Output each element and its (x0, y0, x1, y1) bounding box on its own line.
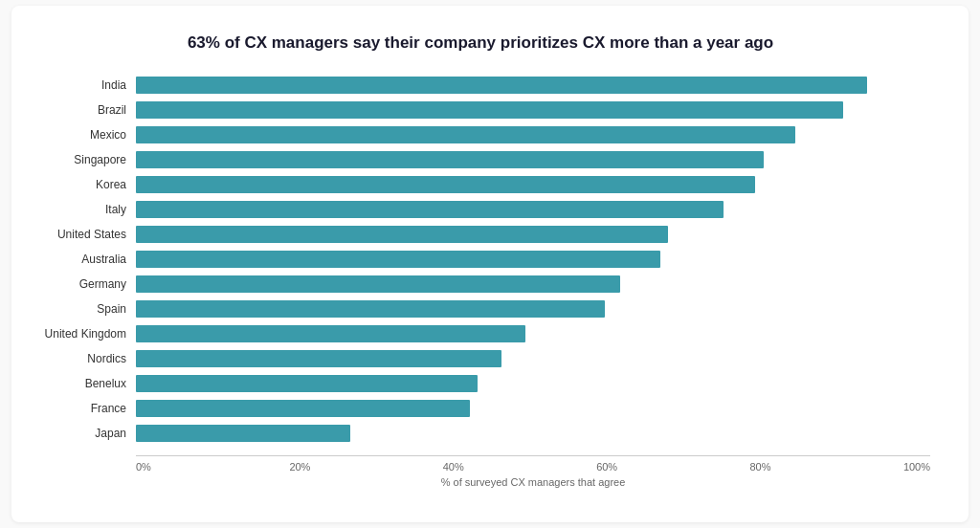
bar-row: Spain (31, 298, 930, 319)
bar-label: Italy (31, 203, 136, 216)
bar-fill (136, 77, 867, 94)
bar-row: Korea (31, 174, 930, 195)
x-tick: 60% (596, 455, 749, 473)
bar-fill (136, 201, 724, 218)
bar-track (136, 425, 930, 442)
bar-label: Mexico (31, 128, 136, 142)
bar-row: Singapore (31, 149, 930, 170)
bar-fill (136, 151, 764, 168)
x-tick: 100% (903, 455, 930, 473)
bar-label: Germany (31, 277, 136, 291)
bar-fill (136, 425, 350, 442)
bar-track (136, 275, 930, 293)
bar-label: Benelux (31, 377, 136, 390)
bar-label: Spain (31, 302, 136, 316)
bar-label: Brazil (31, 103, 136, 117)
chart-container: 63% of CX managers say their company pri… (11, 6, 969, 522)
bar-fill (136, 275, 620, 293)
bar-track (136, 201, 930, 218)
bar-row: Germany (31, 274, 930, 295)
bar-row: Nordics (31, 348, 930, 369)
bar-row: Japan (31, 423, 930, 444)
bar-track (136, 325, 930, 342)
bar-row: Benelux (31, 373, 930, 394)
bar-track (136, 375, 930, 392)
bar-fill (136, 176, 755, 193)
bar-row: Italy (31, 199, 930, 220)
x-tick: 80% (750, 455, 903, 473)
bar-fill (136, 300, 605, 318)
bar-label: Nordics (31, 352, 136, 365)
bar-label: France (31, 402, 136, 415)
bar-row: United States (31, 224, 930, 245)
bar-label: Japan (31, 427, 136, 440)
bar-fill (136, 375, 478, 392)
bar-track (136, 126, 930, 143)
bar-label: Australia (31, 253, 136, 266)
bar-row: United Kingdom (31, 323, 930, 344)
bar-fill (136, 350, 501, 367)
bar-label: India (31, 78, 136, 92)
x-tick: 40% (443, 455, 596, 473)
bar-label: Korea (31, 178, 136, 191)
bar-track (136, 251, 930, 268)
bar-track (136, 77, 930, 94)
x-axis-label: % of surveyed CX managers that agree (136, 476, 930, 488)
bar-row: India (31, 75, 930, 96)
x-axis: 0%20%40%60%80%100% (136, 455, 930, 473)
bar-track (136, 226, 930, 243)
bar-fill (136, 400, 470, 417)
bar-fill (136, 325, 525, 342)
bar-fill (136, 126, 795, 143)
bar-row: Australia (31, 249, 930, 270)
x-tick: 20% (289, 455, 442, 473)
bar-track (136, 350, 930, 367)
x-tick: 0% (136, 455, 289, 473)
bar-track (136, 300, 930, 318)
bar-track (136, 176, 930, 193)
bar-label: Singapore (31, 153, 136, 166)
chart-title: 63% of CX managers say their company pri… (31, 33, 930, 54)
bar-track (136, 400, 930, 417)
bar-track (136, 101, 930, 119)
bar-fill (136, 251, 660, 268)
bar-label: United Kingdom (31, 327, 136, 341)
bar-track (136, 151, 930, 168)
x-axis-line (136, 455, 930, 456)
bar-label: United States (31, 228, 136, 241)
chart-area: IndiaBrazilMexicoSingaporeKoreaItalyUnit… (31, 75, 930, 448)
bar-row: Brazil (31, 99, 930, 121)
bar-row: Mexico (31, 124, 930, 145)
bar-row: France (31, 398, 930, 419)
bar-fill (136, 226, 668, 243)
bar-fill (136, 101, 843, 119)
